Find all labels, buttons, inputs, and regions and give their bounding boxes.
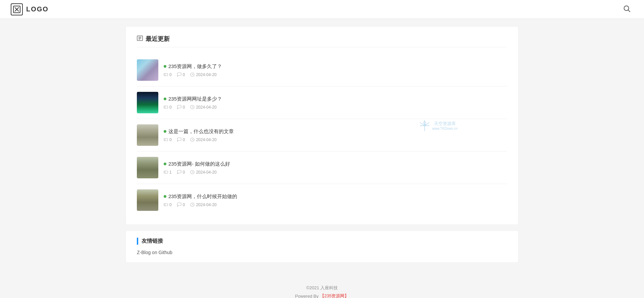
article-dot [164,163,166,165]
article-dot [164,130,166,133]
recent-updates-label: 最近更新 [146,35,170,43]
powered-by-label: Powered By [295,294,319,298]
views-meta: 0 [164,72,172,77]
article-content: 235资源网，什么时候开始做的 0 [164,193,507,207]
svg-rect-15 [164,106,168,108]
article-content: 这是一篇，什么也没有的文章 0 [164,128,507,142]
article-title-link[interactable]: 235资源网- 如何做的这么好 [164,161,507,167]
friend-link[interactable]: Z-Blog on Github [137,250,172,255]
date-meta: 2024-04-20 [190,72,216,77]
comments-meta: 0 [177,105,185,110]
comments-icon [177,170,181,174]
article-title-link[interactable]: 235资源网，做多久了？ [164,63,507,70]
clock-icon [190,170,195,174]
comments-meta: 0 [177,202,185,207]
article-title-link[interactable]: 235资源网，什么时候开始做的 [164,193,507,200]
views-meta: 1 [164,170,172,175]
list-icon [137,35,143,43]
comments-icon [177,137,181,142]
article-thumbnail [137,124,158,146]
comments-meta: 0 [177,72,185,77]
article-meta: 1 0 [164,170,507,175]
footer: ©2021 入座科技 Powered By 【235资源网】 [0,277,644,298]
logo-area[interactable]: LOGO [11,3,49,15]
comments-icon [177,202,181,207]
svg-rect-25 [164,171,168,173]
svg-line-2 [15,9,17,11]
article-item: 这是一篇，什么也没有的文章 0 [137,119,507,152]
article-list: 235资源网，做多久了？ 0 [137,54,507,216]
svg-line-29 [193,172,194,173]
friend-links-title: 友情链接 [137,238,507,245]
comments-icon [177,105,181,109]
date-meta: 2024-04-20 [190,137,216,142]
article-item: 235资源网，什么时候开始做的 0 [137,184,507,216]
svg-line-34 [193,205,194,205]
article-meta: 0 0 [164,72,507,77]
article-title-text: 235资源网，什么时候开始做的 [168,193,237,200]
article-thumbnail [137,59,158,81]
main-container: 最近更新 235资源网，做多久了？ [121,19,523,277]
article-title-text: 235资源网，做多久了？ [168,63,222,70]
date-meta: 2024-04-20 [190,170,216,175]
views-icon [164,170,168,174]
date-meta: 2024-04-20 [190,105,216,110]
article-item: 235资源网网址是多少？ 0 [137,86,507,119]
site-header: LOGO [0,0,644,19]
comments-icon [177,72,181,77]
article-meta: 0 0 [164,105,507,110]
svg-line-14 [193,75,194,75]
footer-copyright: ©2021 入座科技 [0,285,644,291]
svg-line-19 [193,107,194,108]
article-meta: 0 0 [164,202,507,207]
article-title-link[interactable]: 这是一篇，什么也没有的文章 [164,128,507,135]
footer-powered: Powered By 【235资源网】 [0,293,644,298]
article-item: 235资源网，做多久了？ 0 [137,54,507,86]
recent-updates-title: 最近更新 [137,35,507,47]
logo-icon [11,3,23,15]
views-meta: 0 [164,137,172,142]
article-content: 235资源网网址是多少？ 0 [164,96,507,110]
svg-rect-30 [164,203,168,206]
article-content: 235资源网- 如何做的这么好 1 [164,161,507,175]
article-item: 235资源网- 如何做的这么好 1 [137,152,507,184]
article-thumbnail [137,189,158,211]
recent-updates-card: 最近更新 235资源网，做多久了？ [126,27,518,224]
friend-links-card: 友情链接 Z-Blog on Github [126,231,518,262]
views-icon [164,202,168,207]
powered-by-link[interactable]: 【235资源网】 [320,293,349,298]
logo-text: LOGO [26,5,49,13]
views-icon [164,105,168,109]
search-icon [623,5,631,12]
article-title-text: 235资源网- 如何做的这么好 [168,161,230,167]
clock-icon [190,137,195,142]
date-meta: 2024-04-20 [190,202,216,207]
article-dot [164,98,166,100]
svg-line-5 [628,10,630,12]
article-meta: 0 0 [164,137,507,142]
article-dot [164,195,166,198]
article-dot [164,65,166,68]
article-thumbnail [137,157,158,178]
views-icon [164,72,168,77]
svg-line-24 [193,140,194,140]
clock-icon [190,105,195,109]
comments-meta: 0 [177,170,185,175]
article-title-text: 这是一篇，什么也没有的文章 [168,128,234,135]
clock-icon [190,202,195,207]
search-button[interactable] [621,2,633,16]
article-thumbnail [137,92,158,113]
views-meta: 0 [164,202,172,207]
svg-rect-10 [164,73,168,76]
comments-meta: 0 [177,137,185,142]
article-content: 235资源网，做多久了？ 0 [164,63,507,77]
views-icon [164,137,168,142]
article-title-link[interactable]: 235资源网网址是多少？ [164,96,507,102]
clock-icon [190,72,195,77]
svg-rect-20 [164,138,168,141]
svg-line-3 [17,7,19,9]
views-meta: 0 [164,105,172,110]
article-title-text: 235资源网网址是多少？ [168,96,222,102]
